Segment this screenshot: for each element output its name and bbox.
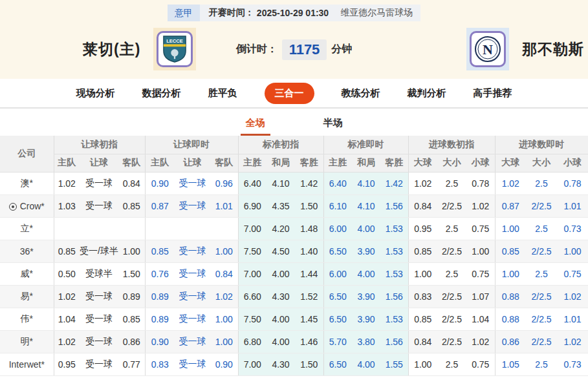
live-odds-cell[interactable]: 1.56 — [380, 285, 408, 308]
live-odds-cell[interactable]: 1.55 — [380, 353, 408, 375]
live-odds-cell[interactable]: 受一球 — [175, 240, 210, 262]
live-odds-cell[interactable]: 受一球 — [175, 330, 210, 353]
nav-tab-three-in-one[interactable]: 三合一 — [265, 83, 314, 104]
sub-tab-half-match[interactable]: 半场 — [318, 112, 348, 136]
initial-odds-cell: 1.00 — [118, 240, 145, 262]
live-odds-cell[interactable]: 0.84 — [210, 262, 238, 285]
live-odds-cell[interactable]: 1.53 — [380, 217, 408, 240]
live-odds-cell[interactable]: 受一球 — [175, 285, 210, 308]
live-odds-cell[interactable]: 0.83 — [145, 353, 175, 375]
nav-tab-expert-picks[interactable]: 高手推荐 — [474, 87, 512, 100]
live-odds-cell[interactable]: 2.5 — [526, 262, 557, 285]
live-odds-cell[interactable]: 0.96 — [210, 172, 238, 194]
league-badge[interactable]: 意甲 — [168, 5, 200, 21]
live-odds-cell[interactable]: 1.02 — [495, 172, 526, 194]
live-odds-cell[interactable]: 2/2.5 — [526, 240, 557, 262]
initial-odds-cell: 0.83 — [408, 285, 437, 308]
live-odds-cell[interactable]: 受一球 — [175, 308, 210, 330]
live-odds-cell[interactable]: 0.89 — [145, 285, 175, 308]
live-odds-cell[interactable]: 2.5 — [526, 172, 557, 194]
live-odds-cell[interactable]: 0.89 — [145, 308, 175, 330]
live-odds-cell[interactable]: 1.42 — [380, 172, 408, 194]
nav-tab-referee-analysis[interactable]: 裁判分析 — [408, 87, 446, 100]
live-odds-cell[interactable]: 2/2.5 — [526, 330, 557, 353]
live-odds-cell[interactable]: 1.56 — [380, 330, 408, 353]
live-odds-cell[interactable]: 1.02 — [557, 285, 588, 308]
live-odds-cell[interactable]: 4.00 — [352, 353, 380, 375]
live-odds-cell[interactable]: 6.00 — [323, 262, 352, 285]
live-odds-cell[interactable]: 1.02 — [210, 285, 238, 308]
live-odds-cell[interactable]: 2/2.5 — [526, 285, 557, 308]
live-odds-cell[interactable]: 1.53 — [380, 262, 408, 285]
live-odds-cell[interactable]: 0.88 — [495, 285, 526, 308]
nav-tab-data-analysis[interactable]: 数据分析 — [142, 87, 181, 100]
live-odds-cell[interactable]: 1.01 — [557, 194, 588, 217]
initial-odds-cell: 1.04 — [466, 308, 495, 330]
live-odds-cell[interactable]: 0.88 — [495, 308, 526, 330]
nav-tab-coach-analysis[interactable]: 教练分析 — [342, 87, 380, 100]
live-odds-cell[interactable]: 2.5 — [526, 217, 557, 240]
live-odds-cell[interactable]: 1.53 — [380, 240, 408, 262]
live-odds-cell[interactable]: 2.5 — [526, 353, 557, 375]
live-odds-cell[interactable]: 1.01 — [210, 194, 238, 217]
live-odds-cell[interactable]: 4.10 — [352, 172, 380, 194]
live-odds-cell[interactable]: 1.00 — [495, 217, 526, 240]
initial-odds-cell: 0.95 — [54, 353, 80, 375]
live-odds-cell[interactable]: 1.00 — [210, 308, 238, 330]
live-odds-cell[interactable]: 4.00 — [352, 262, 380, 285]
live-odds-cell[interactable]: 3.80 — [352, 330, 380, 353]
live-odds-cell[interactable]: 0.90 — [210, 353, 238, 375]
live-odds-cell[interactable]: 0.85 — [495, 240, 526, 262]
live-odds-cell[interactable]: 0.75 — [557, 262, 588, 285]
live-odds-cell[interactable]: 0.73 — [557, 353, 588, 375]
sub-tab-full-match[interactable]: 全场 — [241, 112, 270, 136]
live-odds-cell[interactable]: 1.01 — [557, 308, 588, 330]
live-odds-cell[interactable]: 6.50 — [323, 308, 352, 330]
live-odds-cell[interactable]: 4.00 — [352, 217, 380, 240]
initial-odds-cell: 1.02 — [54, 330, 80, 353]
initial-odds-cell: 0.95 — [408, 217, 437, 240]
live-odds-cell[interactable]: 0.87 — [495, 194, 526, 217]
nav-tab-scene-analysis[interactable]: 现场分析 — [76, 87, 115, 100]
live-odds-cell[interactable]: 受一球 — [175, 172, 210, 194]
live-odds-cell[interactable]: 2/2.5 — [526, 308, 557, 330]
initial-odds-cell: 1.00 — [408, 353, 437, 375]
live-odds-cell[interactable]: 6.40 — [323, 172, 352, 194]
nav-tab-win-draw-lose[interactable]: 胜平负 — [208, 87, 237, 100]
live-odds-cell[interactable]: 1.53 — [380, 308, 408, 330]
live-odds-cell[interactable]: 1.05 — [495, 353, 526, 375]
live-odds-cell[interactable]: 3.90 — [352, 240, 380, 262]
live-odds-cell[interactable]: 1.02 — [557, 330, 588, 353]
live-odds-cell[interactable]: 5.70 — [323, 330, 352, 353]
live-odds-cell[interactable]: 0.87 — [145, 194, 175, 217]
live-odds-cell[interactable]: 受一球 — [175, 194, 210, 217]
live-odds-cell[interactable]: 6.50 — [323, 353, 352, 375]
live-odds-cell[interactable]: 1.56 — [380, 194, 408, 217]
live-odds-cell[interactable]: 2/2.5 — [526, 194, 557, 217]
initial-odds-cell: 6.40 — [238, 172, 267, 194]
live-odds-cell[interactable]: 0.86 — [495, 330, 526, 353]
live-odds-cell[interactable]: 1.00 — [495, 262, 526, 285]
live-odds-cell[interactable]: 6.50 — [323, 285, 352, 308]
initial-odds-cell: 4.50 — [267, 240, 295, 262]
live-odds-cell[interactable]: 0.90 — [145, 172, 175, 194]
live-odds-cell[interactable]: 6.00 — [323, 217, 352, 240]
live-odds-cell[interactable]: 受一球 — [175, 353, 210, 375]
live-odds-cell[interactable]: 0.90 — [145, 330, 175, 353]
initial-odds-cell: 6.90 — [238, 194, 267, 217]
live-odds-cell[interactable]: 0.73 — [557, 217, 588, 240]
live-odds-cell[interactable]: 1.00 — [210, 330, 238, 353]
live-odds-cell[interactable]: 1.00 — [210, 240, 238, 262]
live-odds-cell[interactable]: 0.85 — [145, 240, 175, 262]
live-odds-cell[interactable]: 1.00 — [557, 240, 588, 262]
live-odds-cell[interactable]: 4.10 — [352, 194, 380, 217]
match-info-strip: 意甲 开赛时间： 2025-10-29 01:30 维亚德尔马雷球场 — [168, 5, 420, 21]
live-odds-cell[interactable]: 0.76 — [145, 262, 175, 285]
live-odds-cell[interactable]: 6.10 — [323, 194, 352, 217]
live-odds-cell[interactable]: 0.78 — [557, 172, 588, 194]
live-odds-cell[interactable]: 受一球 — [175, 262, 210, 285]
live-odds-cell[interactable]: 3.90 — [352, 308, 380, 330]
live-odds-cell[interactable]: 3.90 — [352, 285, 380, 308]
initial-odds-cell: 1.02 — [466, 194, 495, 217]
live-odds-cell[interactable]: 6.50 — [323, 240, 352, 262]
